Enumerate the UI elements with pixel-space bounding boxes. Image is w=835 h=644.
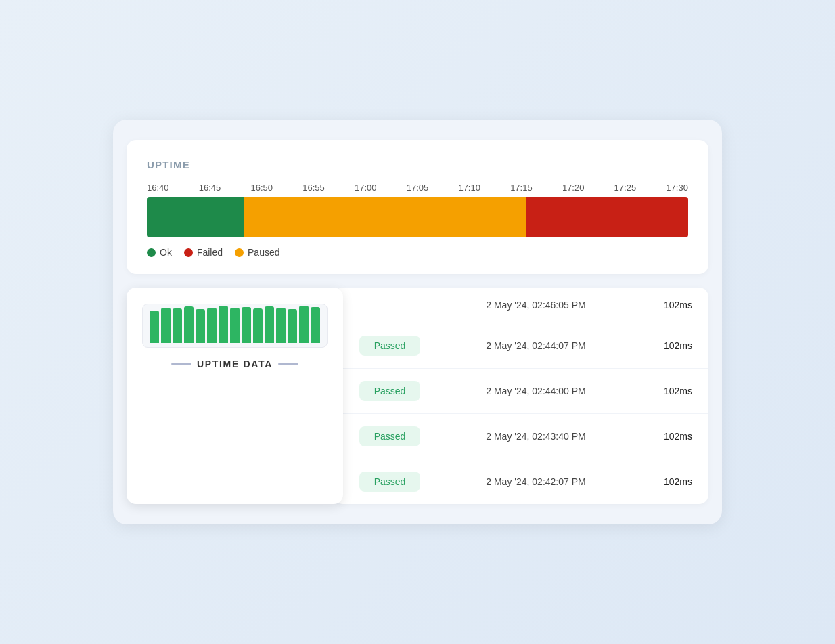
uptime-bar bbox=[242, 307, 251, 343]
top-timestamp: 2 May '24, 02:46:05 PM bbox=[420, 300, 652, 310]
row-duration-0: 102ms bbox=[652, 340, 692, 351]
ok-dot bbox=[147, 248, 156, 257]
row-duration-1: 102ms bbox=[652, 386, 692, 396]
uptime-bar bbox=[150, 310, 159, 343]
uptime-bar bbox=[230, 308, 240, 343]
table-row: Passed 2 May '24, 02:44:00 PM 102ms bbox=[343, 369, 708, 414]
uptime-data-title: UPTIME DATA bbox=[171, 359, 298, 369]
uptime-bar bbox=[276, 308, 286, 343]
table-row: Passed 2 May '24, 02:44:07 PM 102ms bbox=[343, 323, 708, 369]
uptime-bar bbox=[288, 309, 297, 343]
status-badge-0: Passed bbox=[359, 336, 420, 356]
main-container: UPTIME 16:40 16:45 16:50 16:55 17:00 17:… bbox=[113, 120, 722, 524]
legend-paused: Paused bbox=[235, 247, 279, 258]
paused-dot bbox=[235, 248, 244, 257]
legend: Ok Failed Paused bbox=[147, 247, 688, 258]
status-badge-3: Passed bbox=[359, 472, 420, 492]
bars-visual bbox=[142, 304, 328, 348]
ok-label: Ok bbox=[160, 247, 172, 258]
uptime-card: UPTIME 16:40 16:45 16:50 16:55 17:00 17:… bbox=[127, 140, 708, 274]
uptime-bar bbox=[196, 309, 205, 343]
uptime-title: UPTIME bbox=[147, 159, 688, 170]
table-section: 2 May '24, 02:46:05 PM 102ms Passed 2 Ma… bbox=[334, 288, 708, 504]
legend-ok: Ok bbox=[147, 247, 172, 258]
timeline-bar bbox=[147, 197, 688, 237]
failed-label: Failed bbox=[197, 247, 223, 258]
uptime-data-card: UPTIME DATA bbox=[127, 288, 343, 504]
bottom-section: UPTIME DATA 2 May '24, 02:46:05 PM 102ms… bbox=[127, 288, 708, 504]
uptime-bar bbox=[207, 308, 217, 343]
bar-failed bbox=[526, 197, 688, 237]
label-1650: 16:50 bbox=[250, 183, 273, 193]
label-1640: 16:40 bbox=[147, 183, 169, 193]
uptime-bar bbox=[173, 308, 182, 343]
uptime-bar bbox=[299, 306, 309, 343]
failed-dot bbox=[184, 248, 193, 257]
label-1715: 17:15 bbox=[510, 183, 533, 193]
label-1730: 17:30 bbox=[666, 183, 688, 193]
row-timestamp-1: 2 May '24, 02:44:00 PM bbox=[420, 386, 652, 396]
row-duration-2: 102ms bbox=[652, 431, 692, 442]
timeline-labels: 16:40 16:45 16:50 16:55 17:00 17:05 17:1… bbox=[147, 183, 688, 193]
table-row: Passed 2 May '24, 02:42:07 PM 102ms bbox=[343, 459, 708, 504]
label-1705: 17:05 bbox=[407, 183, 429, 193]
uptime-bar bbox=[253, 308, 263, 343]
label-1725: 17:25 bbox=[614, 183, 637, 193]
label-1645: 16:45 bbox=[199, 183, 221, 193]
row-timestamp-0: 2 May '24, 02:44:07 PM bbox=[420, 340, 652, 351]
uptime-bar bbox=[311, 307, 320, 343]
status-badge-2: Passed bbox=[359, 426, 420, 446]
row-timestamp-3: 2 May '24, 02:42:07 PM bbox=[420, 476, 652, 487]
status-badge-1: Passed bbox=[359, 381, 420, 401]
row-duration-3: 102ms bbox=[652, 476, 692, 487]
label-1710: 17:10 bbox=[458, 183, 480, 193]
uptime-bar bbox=[184, 306, 194, 343]
uptime-bar bbox=[265, 306, 274, 343]
table-row: Passed 2 May '24, 02:43:40 PM 102ms bbox=[343, 414, 708, 459]
label-1700: 17:00 bbox=[355, 183, 377, 193]
label-1655: 16:55 bbox=[302, 183, 325, 193]
uptime-bar bbox=[161, 308, 171, 343]
bar-ok bbox=[147, 197, 244, 237]
row-timestamp-2: 2 May '24, 02:43:40 PM bbox=[420, 431, 652, 442]
uptime-bar bbox=[219, 306, 228, 343]
label-1720: 17:20 bbox=[562, 183, 585, 193]
paused-label: Paused bbox=[248, 247, 279, 258]
bar-paused bbox=[244, 197, 526, 237]
legend-failed: Failed bbox=[184, 247, 223, 258]
top-duration: 102ms bbox=[652, 300, 692, 310]
table-row-top: 2 May '24, 02:46:05 PM 102ms bbox=[343, 288, 708, 323]
